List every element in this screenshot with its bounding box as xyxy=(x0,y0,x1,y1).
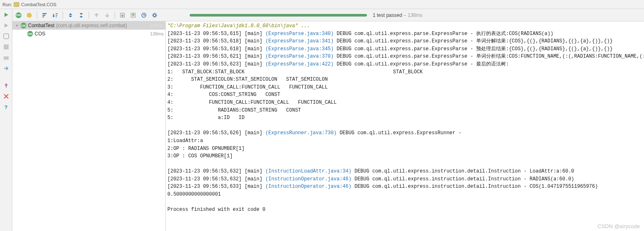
filter-ignored-icon[interactable] xyxy=(25,11,34,20)
exit-message: Process finished with exit code 0 xyxy=(167,207,266,212)
source-link[interactable]: (ExpressParse.java:370) xyxy=(266,54,334,59)
source-link[interactable]: (InstructionLoadAttr.java:34) xyxy=(266,168,352,174)
tests-duration-label: 138ms xyxy=(408,12,423,18)
next-icon[interactable] xyxy=(103,11,112,20)
help-icon[interactable]: ? xyxy=(3,104,9,110)
source-link[interactable]: (ExpressParse.java:345) xyxy=(266,46,334,52)
test-method-name: COS xyxy=(35,31,45,37)
source-link[interactable]: (InstructionOperator.java:46) xyxy=(266,176,352,182)
run-label: Run: xyxy=(2,2,12,7)
command-line: "C:\Program Files\Java\jdk1.8.0_60\bin\j… xyxy=(167,23,310,29)
tests-passed-label: 1 test passed xyxy=(373,12,402,18)
settings-icon[interactable] xyxy=(150,11,159,20)
svg-rect-1 xyxy=(4,34,9,39)
window-header: Run: CombatTest.COS xyxy=(0,0,644,9)
status-ok-icon: OK xyxy=(27,31,33,37)
sort-icon[interactable] xyxy=(40,11,49,20)
progress-summary: 1 test passed – 138ms xyxy=(373,12,423,18)
source-link[interactable]: (ExpressParse.java:340) xyxy=(266,31,334,37)
tree-row-child[interactable]: OK COS 138ms xyxy=(12,30,165,38)
watermark: CSDN @airycode xyxy=(597,223,640,229)
close-icon[interactable] xyxy=(3,93,9,100)
stop-icon[interactable] xyxy=(3,44,9,50)
svg-rect-3 xyxy=(4,56,9,60)
source-link[interactable]: (ExpressParse.java:422) xyxy=(266,61,334,67)
prev-icon[interactable] xyxy=(92,11,101,20)
sort-order-icon[interactable] xyxy=(51,11,60,20)
svg-point-6 xyxy=(27,13,32,18)
test-duration: 138ms xyxy=(150,23,164,28)
test-toolbar: OK 1 test passed – 138ms xyxy=(12,9,644,21)
exit-icon[interactable] xyxy=(3,65,9,72)
history-icon[interactable] xyxy=(139,11,148,20)
svg-point-10 xyxy=(153,14,156,16)
expand-all-icon[interactable] xyxy=(66,11,75,20)
test-class-package: (com.ql.util.express.self.combat) xyxy=(56,23,127,28)
console-output[interactable]: "C:\Program Files\Java\jdk1.8.0_60\bin\j… xyxy=(166,21,644,231)
export-icon[interactable] xyxy=(129,11,138,20)
toggle-auto-icon[interactable] xyxy=(3,33,9,40)
collapse-all-icon[interactable] xyxy=(77,11,86,20)
source-link[interactable]: (InstructionOperator.java:46) xyxy=(266,184,352,189)
source-link[interactable]: (ExpressParse.java:341) xyxy=(266,38,334,44)
import-icon[interactable] xyxy=(118,11,127,20)
tree-row-root[interactable]: ▾ OK CombatTest (com.ql.util.express.sel… xyxy=(12,21,165,30)
svg-rect-5 xyxy=(6,86,7,88)
svg-rect-0 xyxy=(14,2,19,7)
run-sidebar: ? xyxy=(0,9,12,231)
test-class-name: CombatTest xyxy=(28,23,54,28)
dump-icon[interactable] xyxy=(3,54,9,61)
test-duration: 138ms xyxy=(150,31,164,36)
pin-icon[interactable] xyxy=(3,82,9,89)
progress-bar xyxy=(190,14,367,16)
source-link[interactable]: (ExpressRunner.java:730) xyxy=(266,130,337,136)
run-config-name: CombatTest.COS xyxy=(21,2,56,7)
status-ok-icon: OK xyxy=(21,23,26,28)
svg-rect-2 xyxy=(4,44,9,49)
rerun-icon[interactable] xyxy=(3,12,9,18)
chevron-down-icon[interactable]: ▾ xyxy=(15,23,19,28)
run-config-icon xyxy=(14,2,19,7)
test-tree[interactable]: ▾ OK CombatTest (com.ql.util.express.sel… xyxy=(12,21,166,231)
filter-ok-icon[interactable]: OK xyxy=(14,11,23,20)
rerun-failed-icon[interactable] xyxy=(3,22,9,29)
